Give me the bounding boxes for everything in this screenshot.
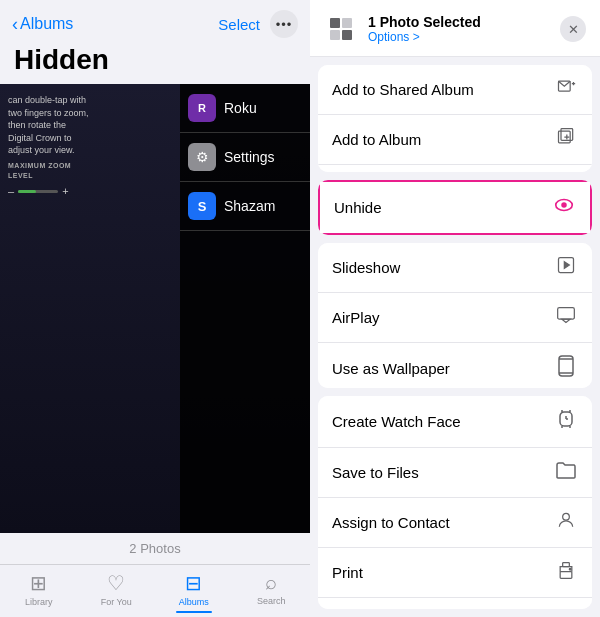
- menu-item-save-files[interactable]: Save to Files: [318, 448, 592, 498]
- page-title: Hidden: [0, 42, 310, 84]
- svg-rect-30: [560, 572, 572, 579]
- sheet-title-block: 1 Photo Selected Options >: [368, 14, 481, 44]
- app-name-settings: Settings: [224, 149, 275, 165]
- svg-rect-31: [563, 563, 570, 567]
- menu-section-2: Slideshow AirPlay Use as Wallpaper: [318, 243, 592, 388]
- eye-icon: [552, 194, 576, 221]
- photos-count: 2 Photos: [0, 533, 310, 564]
- watch-face-label: Create Watch Face: [332, 413, 461, 430]
- add-album-label: Add to Album: [332, 131, 421, 148]
- slider-fill: [18, 190, 36, 193]
- airplay-icon: [554, 305, 578, 330]
- assign-contact-label: Assign to Contact: [332, 514, 450, 531]
- menu-item-exif[interactable]: Exif EXIF: [318, 598, 592, 609]
- menu-item-add-album[interactable]: Add to Album: [318, 115, 592, 165]
- print-label: Print: [332, 564, 363, 581]
- shared-album-icon: [554, 77, 578, 102]
- tab-albums-label: Albums: [179, 597, 209, 607]
- tab-library-label: Library: [25, 597, 53, 607]
- airplay-label: AirPlay: [332, 309, 380, 326]
- top-nav: ‹ Albums Select •••: [0, 0, 310, 42]
- right-panel: 1 Photo Selected Options > ✕ Add to Shar…: [310, 0, 600, 617]
- app-name-shazam: Shazam: [224, 198, 275, 214]
- menu-item-add-shared-album[interactable]: Add to Shared Album: [318, 65, 592, 115]
- tab-search[interactable]: ⌕ Search: [233, 571, 311, 613]
- bottom-tabs: ⊞ Library ♡ For You ⊟ Albums ⌕ Search: [0, 564, 310, 617]
- print-icon: [554, 560, 578, 585]
- sheet-header: 1 Photo Selected Options > ✕: [310, 0, 600, 57]
- screen-body-text: can double-tap with two fingers to zoom,…: [8, 95, 89, 155]
- wallpaper-label: Use as Wallpaper: [332, 360, 450, 377]
- files-icon: [554, 460, 578, 485]
- add-album-icon: [554, 127, 578, 152]
- menu-item-print[interactable]: Print: [318, 548, 592, 598]
- zoom-slider: – +: [8, 184, 93, 199]
- back-button[interactable]: ‹ Albums: [12, 14, 73, 35]
- shazam-icon: S: [188, 192, 216, 220]
- sheet-header-left: 1 Photo Selected Options >: [324, 12, 481, 46]
- left-panel: ‹ Albums Select ••• Hidden can double-ta…: [0, 0, 310, 617]
- tab-active-indicator: [176, 611, 212, 613]
- add-shared-album-label: Add to Shared Album: [332, 81, 474, 98]
- more-options-button[interactable]: •••: [270, 10, 298, 38]
- watch-icon: [554, 408, 578, 435]
- screen-text: can double-tap with two fingers to zoom,…: [8, 94, 93, 199]
- zoom-plus-icon: +: [62, 184, 68, 199]
- library-icon: ⊞: [30, 571, 47, 595]
- tab-for-you[interactable]: ♡ For You: [78, 571, 156, 613]
- slider-track[interactable]: [18, 190, 58, 193]
- menu-item-unhide[interactable]: Unhide: [320, 182, 590, 233]
- svg-marker-17: [562, 320, 570, 323]
- albums-icon: ⊟: [185, 571, 202, 595]
- menu-item-airplay[interactable]: AirPlay: [318, 293, 592, 343]
- menu-item-wallpaper[interactable]: Use as Wallpaper: [318, 343, 592, 388]
- svg-point-29: [563, 514, 570, 521]
- svg-rect-16: [558, 308, 575, 320]
- unhide-section: Unhide: [318, 180, 592, 235]
- menu-item-duplicate[interactable]: Duplicate: [318, 165, 592, 172]
- sheet-close-button[interactable]: ✕: [560, 16, 586, 42]
- sheet-title: 1 Photo Selected: [368, 14, 481, 30]
- for-you-icon: ♡: [107, 571, 125, 595]
- list-item[interactable]: S Shazam: [180, 182, 310, 231]
- settings-icon: ⚙: [188, 143, 216, 171]
- phone-screen: can double-tap with two fingers to zoom,…: [0, 84, 310, 533]
- menu-section-1: Add to Shared Album Add to Album: [318, 65, 592, 172]
- app-icons-list: R Roku ⚙ Settings S Shazam: [180, 84, 310, 533]
- slideshow-label: Slideshow: [332, 259, 400, 276]
- back-chevron-icon: ‹: [12, 14, 18, 35]
- menu-section-3: Create Watch Face Save to Files: [318, 396, 592, 609]
- unhide-label: Unhide: [334, 199, 382, 216]
- menu-item-watch-face[interactable]: Create Watch Face: [318, 396, 592, 448]
- close-icon: ✕: [568, 22, 579, 37]
- save-files-label: Save to Files: [332, 464, 419, 481]
- tab-albums[interactable]: ⊟ Albums: [155, 571, 233, 613]
- tab-library[interactable]: ⊞ Library: [0, 571, 78, 613]
- svg-marker-15: [564, 262, 569, 269]
- tab-search-label: Search: [257, 596, 286, 606]
- select-button[interactable]: Select: [218, 16, 260, 33]
- menu-item-slideshow[interactable]: Slideshow: [318, 243, 592, 293]
- contact-icon: [554, 510, 578, 535]
- svg-point-13: [561, 203, 567, 209]
- tab-for-you-label: For You: [101, 597, 132, 607]
- play-icon: [554, 255, 578, 280]
- photo-grid: can double-tap with two fingers to zoom,…: [0, 84, 310, 533]
- list-item[interactable]: R Roku: [180, 84, 310, 133]
- photo-thumb-icon: [324, 12, 358, 46]
- list-item[interactable]: ⚙ Settings: [180, 133, 310, 182]
- search-icon: ⌕: [265, 571, 277, 594]
- back-label: Albums: [20, 15, 73, 33]
- zoom-level-label: MAXIMUM ZOOM LEVEL: [8, 161, 93, 181]
- svg-point-32: [569, 569, 571, 571]
- sheet-options-link[interactable]: Options >: [368, 30, 481, 44]
- app-name-roku: Roku: [224, 100, 257, 116]
- zoom-minus-icon: –: [8, 184, 14, 199]
- menu-item-assign-contact[interactable]: Assign to Contact: [318, 498, 592, 548]
- roku-icon: R: [188, 94, 216, 122]
- wallpaper-icon: [554, 355, 578, 382]
- nav-actions: Select •••: [218, 10, 298, 38]
